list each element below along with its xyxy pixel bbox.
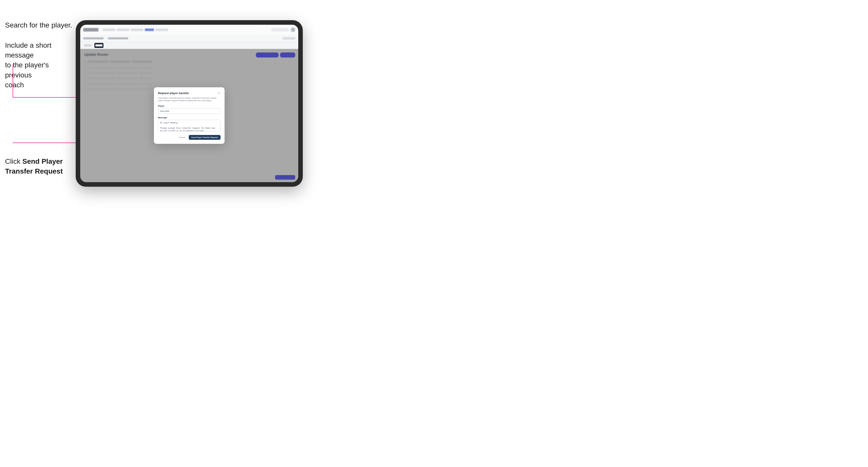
tab-1[interactable] xyxy=(83,43,92,48)
cancel-button[interactable]: Cancel xyxy=(177,135,187,139)
tabs-row xyxy=(80,42,298,49)
nav-item-4-active xyxy=(145,29,154,31)
nav-item-1 xyxy=(102,29,115,31)
annotation-search-text: Search for the player. xyxy=(5,20,72,30)
modal-title: Request player transfer xyxy=(158,92,189,95)
breadcrumb-2 xyxy=(108,37,128,39)
message-textarea[interactable]: Hi Coach McHarg, Please accept this tran… xyxy=(158,120,220,131)
tab-2-active[interactable] xyxy=(94,43,103,48)
breadcrumb-separator: › xyxy=(105,37,106,39)
request-transfer-modal: Request player transfer × If the player … xyxy=(154,87,224,144)
breadcrumb-1 xyxy=(83,37,103,39)
modal-description: If the player is transferring from anoth… xyxy=(158,97,220,102)
send-transfer-request-button[interactable]: Send Player Transfer Request xyxy=(189,135,220,140)
app-logo xyxy=(83,28,98,32)
annotation-click-text: Click Send Player Transfer Request xyxy=(5,156,71,176)
header-right xyxy=(271,28,295,32)
modal-footer: Cancel Send Player Transfer Request xyxy=(158,135,220,140)
nav-item-3 xyxy=(131,29,143,31)
player-field-label: Player xyxy=(158,105,220,107)
sub-header-right xyxy=(283,37,295,40)
app-header xyxy=(80,25,298,35)
tablet-screen: › Update Roster xyxy=(80,25,298,182)
modal-close-button[interactable]: × xyxy=(217,91,220,95)
header-avatar xyxy=(291,28,295,32)
nav-items xyxy=(102,29,168,31)
player-search-input[interactable] xyxy=(158,108,220,114)
annotation-message-text: Include a short message to the player's … xyxy=(5,40,71,90)
nav-item-5 xyxy=(155,29,168,31)
modal-header: Request player transfer × xyxy=(158,91,220,95)
page-content: Update Roster xyxy=(80,49,298,182)
nav-item-2 xyxy=(117,29,129,31)
modal-overlay: Request player transfer × If the player … xyxy=(80,49,298,182)
arrow-line-vertical-1 xyxy=(12,64,13,97)
header-btn xyxy=(271,28,289,32)
sub-header: › xyxy=(80,35,298,42)
message-field-label: Message xyxy=(158,116,220,119)
tablet-device: › Update Roster xyxy=(76,20,303,187)
